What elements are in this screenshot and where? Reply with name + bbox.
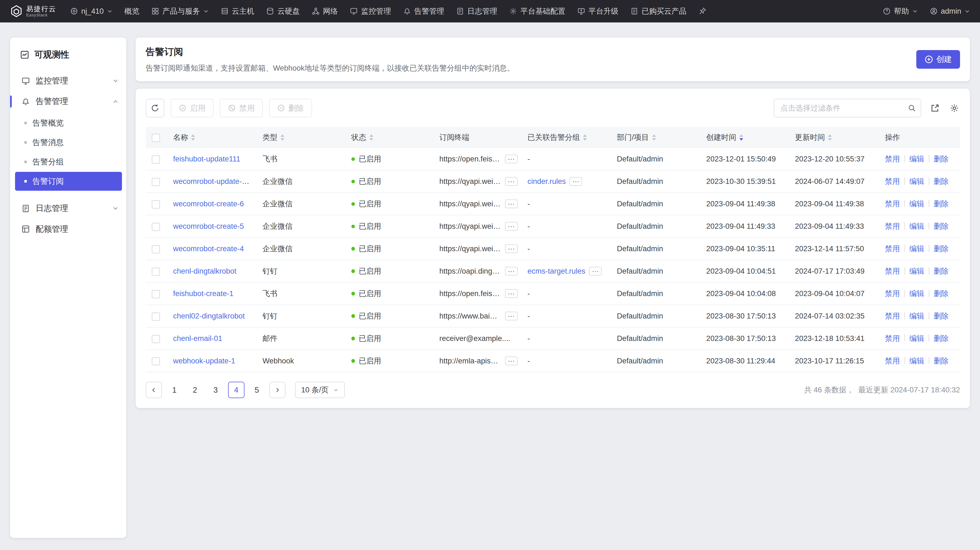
export-button[interactable]	[930, 103, 940, 113]
delete-action[interactable]: 删除	[934, 222, 949, 230]
page-button-4-active[interactable]: 4	[228, 382, 244, 398]
sort-icon-active[interactable]	[740, 134, 743, 141]
subscription-name-link[interactable]: chenl02-dingtalkrobot	[173, 312, 245, 320]
search-icon[interactable]	[908, 104, 916, 112]
delete-action[interactable]: 删除	[934, 267, 949, 275]
help-menu[interactable]: 帮助	[883, 6, 918, 16]
row-checkbox[interactable]	[152, 268, 160, 276]
disable-action[interactable]: 禁用	[885, 289, 900, 298]
subscription-name-link[interactable]: wecomrobot-create-6	[173, 199, 244, 208]
sort-icon[interactable]	[652, 134, 656, 141]
sort-icon[interactable]	[583, 134, 587, 141]
nav-item-purchased-products[interactable]: 已购买云产品	[630, 6, 687, 16]
more-icon[interactable]	[505, 155, 518, 163]
disable-action[interactable]: 禁用	[885, 334, 900, 343]
group-link[interactable]: cinder.rules	[527, 177, 566, 186]
row-checkbox[interactable]	[152, 178, 160, 186]
sidebar-item-quota-management[interactable]: 配额管理	[10, 218, 126, 239]
sidebar-group-alert-management[interactable]: 告警管理	[10, 91, 126, 112]
more-icon[interactable]	[505, 289, 518, 298]
delete-action[interactable]: 删除	[934, 289, 949, 298]
row-checkbox[interactable]	[152, 335, 160, 343]
more-icon[interactable]	[570, 177, 582, 186]
nav-item-cloud-disk[interactable]: 云硬盘	[266, 6, 300, 16]
delete-action[interactable]: 删除	[934, 244, 949, 253]
subscription-name-link[interactable]: webhook-update-1	[173, 357, 235, 365]
page-size-select[interactable]: 10 条/页	[295, 382, 345, 398]
row-checkbox[interactable]	[152, 290, 160, 298]
delete-action[interactable]: 删除	[934, 334, 949, 343]
enable-button[interactable]: 启用	[170, 99, 213, 118]
delete-action[interactable]: 删除	[934, 357, 949, 365]
nav-item-overview[interactable]: 概览	[124, 6, 140, 16]
subscription-name-link[interactable]: wecomrobot-create-5	[173, 222, 244, 230]
edit-action[interactable]: 编辑	[910, 177, 924, 185]
more-icon[interactable]	[505, 177, 518, 186]
edit-action[interactable]: 编辑	[910, 312, 924, 320]
more-icon[interactable]	[589, 267, 601, 276]
group-link[interactable]: ecms-target.rules	[527, 267, 585, 276]
sidebar-item-alert-groups[interactable]: 告警分组	[15, 152, 122, 171]
subscription-name-link[interactable]: chenl-email-01	[173, 334, 222, 343]
more-icon[interactable]	[505, 244, 518, 253]
pin-button[interactable]	[698, 7, 706, 15]
region-selector[interactable]: nj_410	[70, 7, 112, 16]
row-checkbox[interactable]	[152, 357, 160, 365]
delete-action[interactable]: 删除	[934, 177, 949, 185]
row-checkbox[interactable]	[152, 245, 160, 253]
page-button-2[interactable]: 2	[187, 382, 203, 398]
nav-item-platform-upgrade[interactable]: 平台升级	[577, 6, 619, 16]
nav-item-platform-config[interactable]: 平台基础配置	[509, 6, 565, 16]
page-button-1[interactable]: 1	[166, 382, 182, 398]
page-button-3[interactable]: 3	[208, 382, 224, 398]
more-icon[interactable]	[505, 267, 518, 276]
nav-item-cloud-server[interactable]: 云主机	[221, 6, 254, 16]
row-checkbox[interactable]	[152, 312, 160, 321]
disable-action[interactable]: 禁用	[885, 222, 900, 230]
delete-action[interactable]: 删除	[934, 199, 949, 208]
sort-icon[interactable]	[191, 134, 195, 141]
nav-item-log-management[interactable]: 日志管理	[456, 6, 497, 16]
delete-button[interactable]: 删除	[269, 99, 312, 118]
page-button-5[interactable]: 5	[249, 382, 265, 398]
edit-action[interactable]: 编辑	[910, 357, 924, 365]
row-checkbox[interactable]	[152, 155, 160, 164]
edit-action[interactable]: 编辑	[910, 244, 924, 253]
more-icon[interactable]	[505, 222, 518, 231]
sort-icon[interactable]	[828, 134, 832, 141]
edit-action[interactable]: 编辑	[910, 289, 924, 298]
more-icon[interactable]	[505, 357, 518, 365]
nav-item-monitoring[interactable]: 监控管理	[350, 6, 391, 16]
nav-item-network[interactable]: 网络	[312, 6, 338, 16]
delete-action[interactable]: 删除	[934, 312, 949, 320]
logo[interactable]: 易捷行云 EasyStack	[10, 5, 56, 18]
filter-input[interactable]	[774, 99, 921, 118]
sort-icon[interactable]	[280, 134, 285, 141]
select-all-checkbox[interactable]	[152, 134, 160, 142]
next-page-button[interactable]	[269, 382, 285, 398]
nav-item-products-services[interactable]: 产品与服务	[151, 6, 208, 16]
user-menu[interactable]: admin	[930, 7, 970, 16]
disable-action[interactable]: 禁用	[885, 177, 900, 185]
subscription-name-link[interactable]: feishubot-create-1	[173, 289, 234, 298]
sort-icon[interactable]	[369, 134, 373, 141]
subscription-name-link[interactable]: feishubot-update111	[173, 155, 240, 163]
subscription-name-link[interactable]: wecomrobot-create-4	[173, 244, 244, 253]
disable-button[interactable]: 禁用	[220, 99, 263, 118]
delete-action[interactable]: 删除	[934, 155, 949, 163]
disable-action[interactable]: 禁用	[885, 357, 900, 365]
sidebar-group-log-management[interactable]: 日志管理	[10, 198, 126, 218]
refresh-button[interactable]	[146, 99, 165, 118]
sidebar-item-alert-overview[interactable]: 告警概览	[15, 114, 122, 133]
disable-action[interactable]: 禁用	[885, 155, 900, 163]
disable-action[interactable]: 禁用	[885, 267, 900, 275]
prev-page-button[interactable]	[146, 382, 162, 398]
subscription-name-link[interactable]: chenl-dingtalkrobot	[173, 267, 237, 275]
nav-item-alert-management[interactable]: 告警管理	[403, 6, 444, 16]
sidebar-item-alert-messages[interactable]: 告警消息	[15, 133, 122, 152]
sidebar-group-monitoring[interactable]: 监控管理	[10, 70, 126, 91]
more-icon[interactable]	[505, 312, 518, 320]
disable-action[interactable]: 禁用	[885, 244, 900, 253]
sidebar-item-alert-subscription[interactable]: 告警订阅	[15, 172, 122, 191]
disable-action[interactable]: 禁用	[885, 312, 900, 320]
